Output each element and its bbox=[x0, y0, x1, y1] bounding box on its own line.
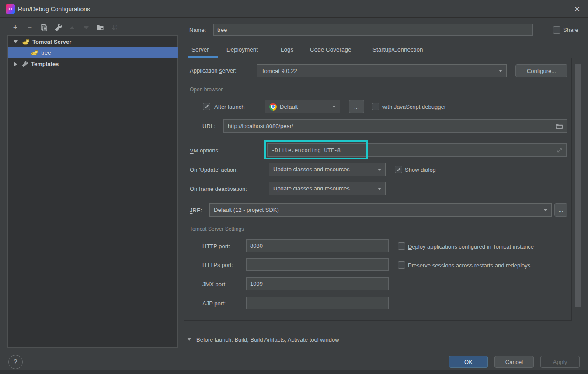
tomcat-icon bbox=[22, 38, 30, 45]
http-port-input[interactable] bbox=[246, 239, 389, 252]
browser-select[interactable]: Default bbox=[265, 100, 340, 113]
browser-value: Default bbox=[280, 104, 298, 110]
chevron-down-icon bbox=[544, 209, 547, 211]
deploy-applications-checkbox[interactable] bbox=[398, 242, 405, 250]
question-mark-icon: ? bbox=[14, 358, 18, 366]
https-port-label: HTTPs port: bbox=[202, 262, 233, 268]
dialog-title: Run/Debug Configurations bbox=[18, 6, 90, 13]
section-divider bbox=[237, 90, 567, 90]
tree-node-label: Templates bbox=[31, 61, 59, 67]
sort-configurations-button[interactable]: a z bbox=[111, 23, 119, 32]
edit-defaults-button[interactable] bbox=[54, 23, 63, 32]
remove-configuration-button[interactable]: − bbox=[25, 23, 34, 32]
share-checkbox[interactable] bbox=[553, 26, 560, 34]
frame-deactivation-value: Update classes and resources bbox=[273, 185, 350, 192]
apply-button[interactable]: Apply bbox=[540, 356, 580, 368]
chrome-icon bbox=[269, 103, 277, 111]
expand-field-icon[interactable] bbox=[557, 147, 563, 153]
jre-browse-button[interactable]: ... bbox=[554, 203, 567, 217]
https-port-input[interactable] bbox=[246, 258, 389, 271]
collapsed-arrow-icon[interactable] bbox=[14, 62, 17, 66]
name-label: Name: bbox=[189, 27, 206, 33]
chevron-down-icon bbox=[499, 70, 502, 72]
apply-button-label: Apply bbox=[553, 359, 567, 365]
vm-options-input[interactable]: -Dfile.encoding=UTF-8 bbox=[267, 143, 567, 157]
after-launch-checkbox[interactable] bbox=[203, 103, 210, 110]
name-input[interactable] bbox=[213, 24, 533, 36]
preserve-sessions-checkbox[interactable] bbox=[398, 261, 405, 269]
deploy-applications-label: Deploy applications configured in Tomcat… bbox=[408, 243, 534, 250]
update-action-select[interactable]: Update classes and resources bbox=[269, 163, 386, 176]
svg-text:z: z bbox=[116, 28, 117, 31]
chevron-down-icon bbox=[378, 169, 381, 171]
section-divider bbox=[260, 229, 567, 229]
cancel-button-label: Cancel bbox=[505, 359, 523, 365]
intellij-logo-text: IJ bbox=[9, 7, 12, 11]
close-icon[interactable]: ✕ bbox=[571, 3, 583, 15]
tab-code-coverage[interactable]: Code Coverage bbox=[310, 46, 351, 53]
jre-value: Default (12 - project SDK) bbox=[214, 207, 279, 213]
folder-plus-icon bbox=[96, 24, 104, 31]
folder-icon[interactable] bbox=[555, 123, 563, 129]
jmx-port-input[interactable] bbox=[246, 277, 389, 290]
chevron-down-icon bbox=[332, 106, 336, 108]
tree-node-tree-config[interactable]: tree bbox=[8, 47, 178, 58]
preserve-sessions-label: Preserve sessions across restarts and re… bbox=[408, 262, 530, 269]
before-launch-collapse-icon[interactable] bbox=[187, 338, 191, 341]
application-server-value: Tomcat 9.0.22 bbox=[261, 68, 297, 74]
tomcat-settings-section-label: Tomcat Server Settings bbox=[190, 226, 244, 232]
application-server-select[interactable]: Tomcat 9.0.22 bbox=[257, 64, 507, 77]
checkmark-icon bbox=[204, 104, 209, 108]
ellipsis-label: ... bbox=[354, 104, 359, 110]
vm-options-label: VM options: bbox=[190, 147, 220, 154]
arrow-down-icon bbox=[84, 26, 89, 29]
configure-button[interactable]: Configure... bbox=[515, 64, 567, 77]
cancel-button[interactable]: Cancel bbox=[494, 356, 534, 368]
update-action-label: On 'Update' action: bbox=[190, 166, 238, 173]
tree-node-templates[interactable]: Templates bbox=[8, 59, 178, 69]
show-dialog-checkbox[interactable] bbox=[395, 166, 402, 173]
tab-logs[interactable]: Logs bbox=[281, 46, 293, 53]
window-bottom-edge bbox=[0, 370, 588, 374]
wrench-icon bbox=[22, 61, 28, 67]
tab-server[interactable]: Server bbox=[191, 46, 209, 53]
vertical-scrollbar[interactable] bbox=[575, 64, 581, 307]
section-divider bbox=[370, 340, 572, 340]
before-launch-label[interactable]: Before launch: Build, Build Artifacts, A… bbox=[196, 336, 339, 343]
jre-select[interactable]: Default (12 - project SDK) bbox=[209, 203, 552, 217]
share-label: Share bbox=[563, 27, 578, 33]
tree-node-label: Tomcat Server bbox=[32, 38, 71, 45]
chevron-down-icon bbox=[378, 188, 381, 190]
ajp-port-label: AJP port: bbox=[202, 300, 226, 307]
move-up-button[interactable] bbox=[68, 23, 77, 32]
vm-options-value: -Dfile.encoding=UTF-8 bbox=[271, 147, 341, 153]
copy-configuration-button[interactable] bbox=[39, 23, 48, 32]
run-debug-configurations-dialog: IJ Run/Debug Configurations ✕ + − bbox=[0, 0, 588, 374]
url-value: http://localhost:8080/pear/ bbox=[228, 123, 293, 129]
open-browser-section-label: Open browser bbox=[190, 87, 223, 93]
add-configuration-button[interactable]: + bbox=[11, 23, 20, 32]
update-action-value: Update classes and resources bbox=[273, 166, 350, 173]
arrow-up-icon bbox=[70, 26, 75, 29]
help-button[interactable]: ? bbox=[8, 355, 23, 369]
ajp-port-input[interactable] bbox=[246, 297, 389, 309]
tree-node-tomcat-server[interactable]: Tomcat Server bbox=[8, 36, 178, 47]
jmx-port-label: JMX port: bbox=[202, 281, 227, 287]
ellipsis-label: ... bbox=[559, 207, 564, 213]
checkmark-icon bbox=[396, 167, 401, 171]
frame-deactivation-label: On frame deactivation: bbox=[190, 186, 247, 192]
expanded-arrow-icon[interactable] bbox=[14, 40, 18, 43]
http-port-label: HTTP port: bbox=[202, 243, 230, 249]
plus-icon: + bbox=[13, 24, 18, 31]
move-down-button[interactable] bbox=[82, 23, 90, 32]
title-bar: IJ Run/Debug Configurations ✕ bbox=[0, 0, 588, 18]
ok-button[interactable]: OK bbox=[449, 356, 488, 368]
create-folder-button[interactable] bbox=[96, 23, 104, 32]
js-debugger-checkbox[interactable] bbox=[372, 103, 379, 110]
tab-deployment[interactable]: Deployment bbox=[226, 46, 258, 53]
copy-icon bbox=[40, 24, 48, 31]
tab-startup-connection[interactable]: Startup/Connection bbox=[372, 46, 423, 53]
browser-browse-button[interactable]: ... bbox=[349, 100, 364, 113]
frame-deactivation-select[interactable]: Update classes and resources bbox=[269, 182, 386, 195]
url-input[interactable]: http://localhost:8080/pear/ bbox=[223, 119, 567, 133]
